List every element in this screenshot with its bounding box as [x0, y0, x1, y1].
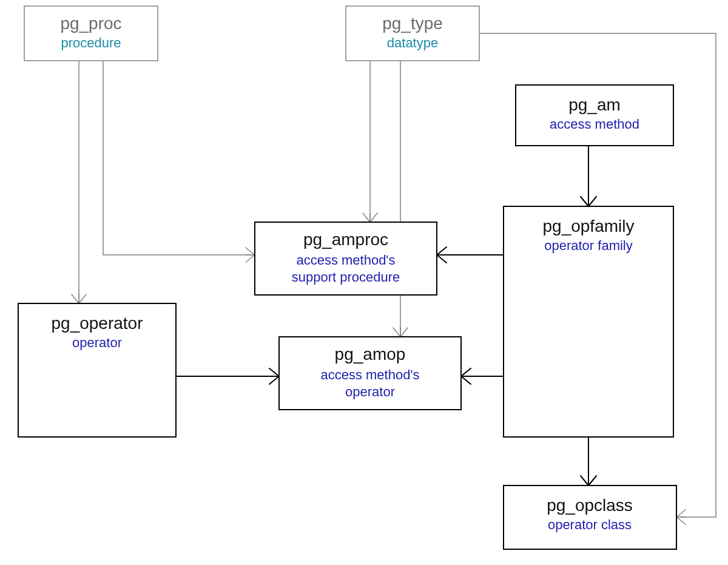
pg_amproc-subtitle-line2: support procedure: [292, 269, 400, 285]
pg_operator-title: pg_operator: [51, 314, 143, 333]
pg_amproc-subtitle-line1: access method's: [296, 252, 395, 268]
entity-pg_proc: pg_proc procedure: [24, 6, 158, 61]
pg_type-title: pg_type: [382, 14, 443, 33]
svg-rect-2: [516, 85, 673, 146]
crowfoot-type-amproc: [363, 213, 377, 222]
pg_opfamily-title: pg_opfamily: [543, 217, 635, 235]
entity-pg_type: pg_type datatype: [346, 6, 479, 61]
entity-pg_amproc: pg_amproc access method's support proced…: [255, 222, 437, 295]
crowfoot-type-amop: [393, 328, 408, 337]
entity-pg_opfamily: pg_opfamily operator family: [504, 206, 673, 437]
er-diagram: pg_proc procedure pg_type datatype pg_am…: [0, 0, 728, 565]
entity-pg_operator: pg_operator operator: [18, 303, 176, 437]
crowfoot-operator-amop: [269, 368, 279, 384]
pg_amop-subtitle-line2: operator: [345, 384, 395, 399]
crowfoot-opfamily-amop: [461, 368, 471, 384]
entity-pg_am: pg_am access method: [516, 85, 673, 146]
pg_opclass-subtitle: operator class: [548, 517, 632, 532]
pg_opfamily-subtitle: operator family: [544, 238, 633, 253]
crowfoot-proc-amproc: [246, 248, 255, 262]
crowfoot-opfamily-amproc: [437, 247, 447, 263]
crowfoot-type-opclass: [676, 510, 686, 524]
crowfoot-proc-operator: [72, 294, 86, 303]
pg_amproc-title: pg_amproc: [303, 230, 388, 249]
crowfoot-opfamily-opclass: [581, 476, 596, 485]
crowfoot-am-opfamily: [581, 197, 596, 206]
pg_am-title: pg_am: [568, 95, 621, 114]
pg_opclass-title: pg_opclass: [547, 496, 633, 515]
pg_type-subtitle: datatype: [387, 35, 438, 50]
entity-pg_opclass: pg_opclass operator class: [504, 485, 676, 549]
pg_operator-subtitle: operator: [72, 335, 122, 350]
pg_proc-title: pg_proc: [60, 14, 121, 33]
pg_proc-subtitle: procedure: [61, 35, 121, 50]
pg_amop-subtitle-line1: access method's: [320, 367, 419, 382]
entity-pg_amop: pg_amop access method's operator: [279, 337, 461, 410]
edge-proc-amproc: [103, 61, 255, 255]
pg_am-subtitle: access method: [550, 117, 639, 132]
pg_amop-title: pg_amop: [335, 345, 406, 364]
